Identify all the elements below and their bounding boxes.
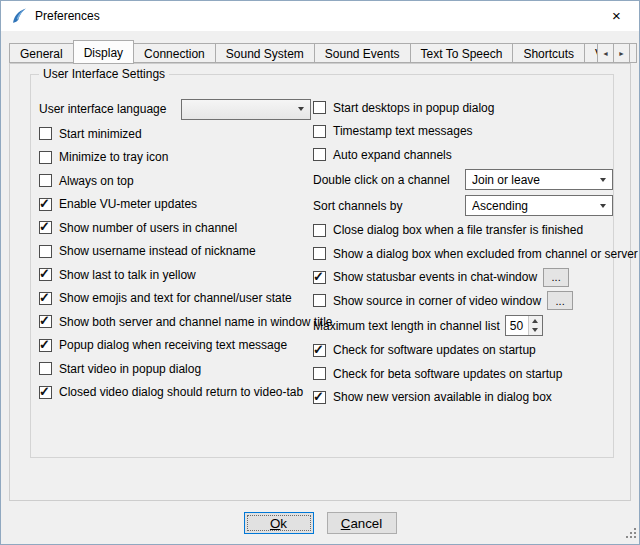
check-start-minimized[interactable]: Start minimized [39, 122, 311, 146]
checkbox-box [39, 339, 52, 352]
statusbar-events-options-button[interactable]: ... [543, 268, 569, 287]
max-text-length-row: Maximum text length in channel list 50 [313, 313, 613, 339]
close-button[interactable]: × [594, 1, 639, 30]
ok-button[interactable]: Ok [244, 512, 314, 534]
check-vu-meter-updates[interactable]: Enable VU-meter updates [39, 193, 311, 217]
tab-bar: General Display Connection Sound System … [9, 41, 631, 63]
checkbox-box [313, 247, 326, 260]
checkbox-box[interactable] [313, 294, 326, 307]
video-source-options-button[interactable]: ... [547, 291, 573, 310]
spinner-down-button[interactable] [529, 326, 542, 336]
spinner-arrows [528, 316, 542, 335]
check-beta-software-updates[interactable]: Check for beta software updates on start… [313, 362, 613, 386]
spinner-value: 50 [506, 316, 528, 335]
double-click-select[interactable]: Join or leave [465, 169, 613, 190]
check-username-instead-nickname[interactable]: Show username instead of nickname [39, 240, 311, 264]
checkbox-box [39, 315, 52, 328]
chevron-down-icon [532, 328, 538, 332]
user-interface-settings-group: User Interface Settings User interface l… [30, 74, 614, 458]
arrow-left-icon: ◄ [602, 50, 609, 57]
language-select[interactable] [181, 99, 311, 120]
check-emojis-and-text[interactable]: Show emojis and text for channel/user st… [39, 287, 311, 311]
resize-grip[interactable] [625, 527, 637, 542]
sort-channels-label: Sort channels by [313, 199, 402, 213]
chevron-down-icon [298, 107, 304, 111]
chevron-up-icon [532, 319, 538, 323]
tab-scroll-right-button[interactable]: ► [613, 43, 630, 63]
tab-text-to-speech[interactable]: Text To Speech [410, 43, 514, 63]
check-show-user-count[interactable]: Show number of users in channel [39, 216, 311, 240]
check-new-version-dialog[interactable]: Show new version available in dialog box [313, 386, 613, 410]
window-title: Preferences [35, 9, 100, 23]
checkbox-box [313, 224, 326, 237]
title-bar: Preferences × [1, 1, 639, 31]
checkbox-box [313, 148, 326, 161]
tab-scroll-buttons: ◄ ► [598, 43, 630, 63]
footer: Ok Cancel [1, 512, 639, 534]
chevron-down-icon [600, 204, 606, 208]
resize-grip-icon [625, 527, 637, 539]
tab-general[interactable]: General [9, 43, 74, 63]
language-row: User interface language [39, 96, 311, 122]
check-server-channel-in-title[interactable]: Show both server and channel name in win… [39, 310, 311, 334]
language-label: User interface language [39, 102, 166, 116]
tab-sound-system[interactable]: Sound System [215, 43, 315, 63]
tab-shortcuts[interactable]: Shortcuts [512, 43, 585, 63]
video-source-corner-row: Show source in corner of video window ..… [313, 289, 613, 313]
sort-channels-select[interactable]: Ascending [465, 195, 613, 216]
checkbox-box [39, 386, 52, 399]
double-click-label: Double click on a channel [313, 173, 450, 187]
max-text-length-label: Maximum text length in channel list [313, 319, 500, 333]
check-software-updates[interactable]: Check for software updates on startup [313, 339, 613, 363]
check-closed-video-return-tab[interactable]: Closed video dialog should return to vid… [39, 381, 311, 405]
tab-connection[interactable]: Connection [133, 43, 216, 63]
check-video-popup-dialog[interactable]: Start video in popup dialog [39, 357, 311, 381]
max-text-length-spinner[interactable]: 50 [505, 315, 543, 336]
checkbox-box [39, 151, 52, 164]
spinner-up-button[interactable] [529, 316, 542, 326]
app-logo-icon [10, 7, 28, 25]
sort-channels-row: Sort channels by Ascending [313, 193, 613, 219]
checkbox-box [39, 268, 52, 281]
checkbox-box [313, 344, 326, 357]
tab-scroll-left-button[interactable]: ◄ [597, 43, 614, 63]
cancel-button[interactable]: Cancel [327, 512, 397, 534]
checkbox-box [39, 292, 52, 305]
close-icon: × [612, 7, 621, 24]
check-always-on-top[interactable]: Always on top [39, 169, 311, 193]
tab-sound-events[interactable]: Sound Events [314, 43, 411, 63]
checkbox-box [39, 127, 52, 140]
checkbox-box [313, 367, 326, 380]
tab-display[interactable]: Display [73, 40, 134, 64]
checkbox-box [313, 391, 326, 404]
checkbox-box [39, 221, 52, 234]
checkbox-box [39, 245, 52, 258]
checkbox-box [313, 101, 326, 114]
check-dialog-when-excluded[interactable]: Show a dialog box when excluded from cha… [313, 242, 613, 266]
double-click-row: Double click on a channel Join or leave [313, 167, 613, 193]
check-close-on-transfer-finished[interactable]: Close dialog box when a file transfer is… [313, 219, 613, 243]
display-tab-pane: User Interface Settings User interface l… [9, 63, 631, 501]
checkbox-box [39, 198, 52, 211]
checkbox-box [313, 125, 326, 138]
checkbox-box [39, 362, 52, 375]
preferences-dialog: Preferences × General Display Connection… [0, 0, 640, 545]
left-column: User interface language Start minimized … [39, 96, 311, 404]
check-timestamp-messages[interactable]: Timestamp text messages [313, 120, 613, 144]
right-column: Start desktops in popup dialog Timestamp… [313, 96, 613, 409]
checkbox-box [39, 174, 52, 187]
check-minimize-to-tray[interactable]: Minimize to tray icon [39, 146, 311, 170]
statusbar-events-row: Show statusbar events in chat-window ... [313, 266, 613, 290]
checkbox-box[interactable] [313, 271, 326, 284]
arrow-right-icon: ► [618, 50, 625, 57]
chevron-down-icon [600, 178, 606, 182]
check-last-to-talk-yellow[interactable]: Show last to talk in yellow [39, 263, 311, 287]
check-auto-expand-channels[interactable]: Auto expand channels [313, 143, 613, 167]
check-desktops-popup-dialog[interactable]: Start desktops in popup dialog [313, 96, 613, 120]
check-popup-on-text-message[interactable]: Popup dialog when receiving text message [39, 334, 311, 358]
group-title: User Interface Settings [39, 67, 169, 81]
